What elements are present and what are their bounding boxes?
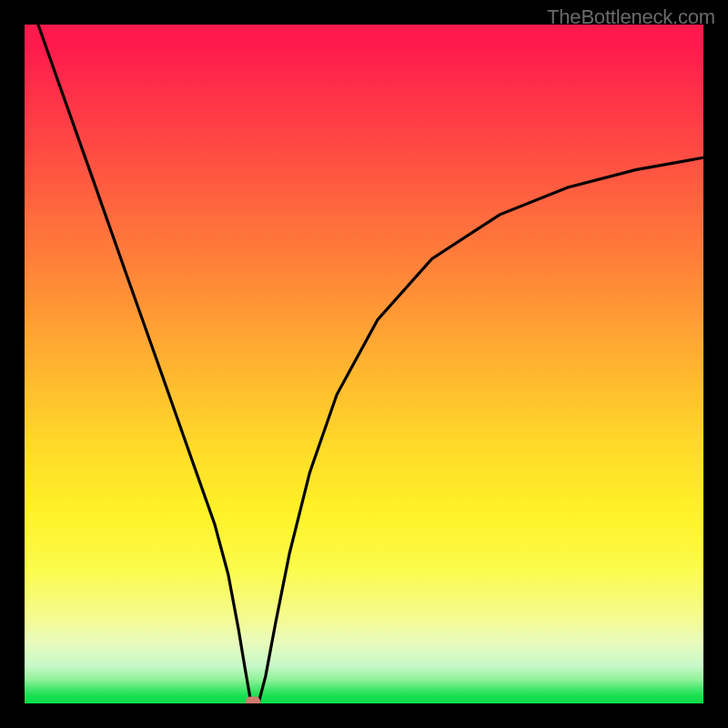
bottleneck-curve (25, 25, 703, 703)
optimal-point-marker (246, 696, 260, 703)
chart-frame: TheBottleneck.com (0, 0, 728, 728)
watermark-text: TheBottleneck.com (547, 5, 715, 29)
plot-area (25, 25, 703, 703)
